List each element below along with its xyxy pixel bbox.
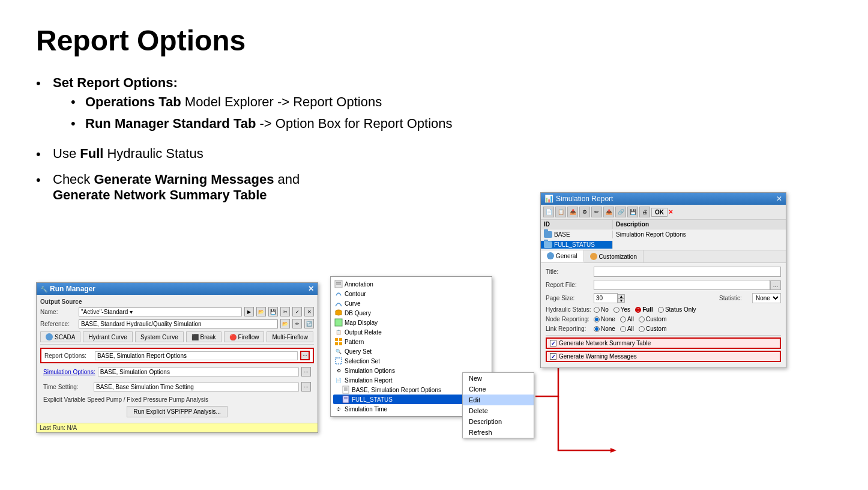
- run-manager-close-btn[interactable]: ✕: [308, 285, 314, 293]
- tab-system[interactable]: System Curve: [135, 331, 184, 342]
- tree-item-pattern[interactable]: Pattern: [333, 337, 489, 346]
- save-btn[interactable]: 💾: [627, 207, 638, 217]
- hydraulic-status-radio[interactable]: [658, 307, 664, 313]
- toolbar-btn-1[interactable]: ▶: [244, 307, 254, 316]
- reference-value: BASE, Standard Hydraulic/Quality Simulat…: [79, 319, 278, 328]
- toolbar-btn-6[interactable]: ✕: [304, 307, 314, 316]
- table-row-full-status[interactable]: FULL_STATUS: [541, 240, 786, 250]
- name-dropdown[interactable]: "Active"-Standard ▾: [79, 307, 242, 316]
- toolbar-btn-5[interactable]: ✓: [292, 307, 302, 316]
- table-row-base[interactable]: BASE Simulation Report Options: [541, 229, 786, 240]
- page-size-row: Page Size: ▲ ▼ Statistic: None: [546, 293, 781, 303]
- hydraulic-no-option[interactable]: No: [594, 306, 609, 313]
- print-btn[interactable]: 🖨: [639, 207, 650, 217]
- tab-break[interactable]: ⬛ Break: [186, 331, 222, 342]
- tree-item-mapdisplay[interactable]: Map Display: [333, 318, 489, 327]
- node-custom-label: Custom: [646, 316, 666, 322]
- hydraulic-status-option[interactable]: Status Only: [658, 306, 696, 313]
- ref-btn-1[interactable]: 📂: [280, 319, 290, 328]
- link-custom-radio[interactable]: [639, 326, 645, 332]
- report-options-btn[interactable]: ⋯: [300, 351, 310, 360]
- tree-item-dbquery[interactable]: DB Query: [333, 308, 489, 318]
- tree-item-curve[interactable]: Curve: [333, 298, 489, 308]
- context-refresh[interactable]: Refresh: [463, 427, 534, 438]
- tab-scada[interactable]: SCADA: [40, 331, 80, 342]
- node-all-radio[interactable]: [620, 316, 626, 322]
- node-custom-option[interactable]: Custom: [639, 316, 666, 322]
- toolbar-btn-4[interactable]: ✂: [280, 307, 290, 316]
- context-delete[interactable]: Delete: [463, 405, 534, 416]
- settings-btn[interactable]: ⚙: [579, 207, 590, 217]
- ref-btn-3[interactable]: 🔃: [304, 319, 314, 328]
- context-clone[interactable]: Clone: [463, 384, 534, 395]
- node-none-radio[interactable]: [594, 316, 600, 322]
- scada-tab-icon: [46, 333, 53, 340]
- ok-btn[interactable]: OK: [651, 208, 668, 217]
- run-analysis-btn[interactable]: Run Explicit VSP/FPP Analysis...: [127, 406, 227, 417]
- node-none-option[interactable]: None: [594, 316, 615, 322]
- new-btn[interactable]: 📄: [543, 207, 554, 217]
- spin-up-btn[interactable]: ▲: [618, 294, 625, 298]
- form-divider: [546, 335, 781, 336]
- context-new[interactable]: New: [463, 373, 534, 384]
- copy-btn[interactable]: 📋: [555, 207, 566, 217]
- edit-btn[interactable]: ✏: [591, 207, 602, 217]
- title-input[interactable]: [594, 267, 781, 277]
- tab-fireflow[interactable]: 🔴 Fireflow: [224, 331, 265, 342]
- spin-down-btn[interactable]: ▼: [618, 298, 625, 303]
- annotation-icon: [334, 280, 343, 288]
- sub-bullet-list: • Operations Tab Model Explorer -> Repor…: [53, 94, 453, 132]
- time-select[interactable]: BASE, Base Simulation Time Setting: [94, 383, 299, 392]
- node-all-option[interactable]: All: [620, 316, 634, 322]
- tab-general[interactable]: General: [541, 250, 584, 262]
- link-all-radio[interactable]: [620, 326, 626, 332]
- toolbar-btn-3[interactable]: 💾: [268, 307, 278, 316]
- sim-report-close-btn[interactable]: ✕: [776, 195, 782, 203]
- link-none-option[interactable]: None: [594, 325, 615, 332]
- id-desc-header: ID Description: [541, 220, 786, 229]
- ref-btn-2[interactable]: ✏: [292, 319, 302, 328]
- tree-item-annotation[interactable]: Annotation: [333, 279, 489, 289]
- bullet-list: • Set Report Options: • Operations Tab M…: [36, 75, 832, 203]
- tree-item-queryset[interactable]: 🔍 Query Set: [333, 346, 489, 356]
- ops-tab-normal: Model Explorer -> Report Options: [181, 94, 382, 109]
- generate-network-label: Generate Network Summary Table: [559, 340, 651, 346]
- context-edit[interactable]: Edit: [463, 395, 534, 405]
- report-file-browse-btn[interactable]: …: [770, 280, 781, 290]
- tab-multi-fireflow[interactable]: Multi-Fireflow: [267, 331, 313, 342]
- hydraulic-yes-option[interactable]: Yes: [613, 306, 630, 313]
- tree-item-outputrelate[interactable]: 📋 Output Relate: [333, 327, 489, 337]
- tree-item-contour[interactable]: Contour: [333, 289, 489, 298]
- generate-warning-checkbox[interactable]: [550, 353, 556, 360]
- link-custom-option[interactable]: Custom: [639, 325, 666, 332]
- export-btn[interactable]: 📤: [603, 207, 614, 217]
- link-btn[interactable]: 🔗: [615, 207, 626, 217]
- hydraulic-yes-radio[interactable]: [613, 307, 619, 313]
- hydraulic-no-radio[interactable]: [594, 307, 600, 313]
- page-size-spinner: ▲ ▼: [618, 294, 625, 303]
- report-file-input[interactable]: [594, 280, 770, 290]
- generate-network-checkbox[interactable]: [550, 340, 556, 346]
- tab-customization[interactable]: Customization: [584, 250, 643, 262]
- generate-warning-row: Generate Warning Messages: [546, 351, 781, 362]
- node-custom-radio[interactable]: [639, 316, 645, 322]
- time-btn[interactable]: ⋯: [301, 382, 311, 392]
- report-options-select[interactable]: BASE, Simulation Report Options: [95, 351, 298, 360]
- context-description[interactable]: Description: [463, 416, 534, 427]
- cancel-btn[interactable]: ×: [669, 208, 673, 216]
- link-none-radio[interactable]: [594, 326, 600, 332]
- link-all-option[interactable]: All: [620, 325, 634, 332]
- import-btn[interactable]: 📥: [567, 207, 578, 217]
- toolbar-btn-2[interactable]: 📂: [256, 307, 266, 316]
- dbquery-icon: [334, 309, 343, 317]
- sim-options-btn[interactable]: ⋯: [301, 367, 311, 377]
- link-reporting-row: Link Reporting: None All Custom: [546, 325, 781, 332]
- hydraulic-full-radio[interactable]: [635, 307, 641, 313]
- statistic-select[interactable]: None: [752, 293, 781, 303]
- tree-item-selectionset[interactable]: Selection Set: [333, 356, 489, 366]
- report-options-label: Report Options:: [44, 352, 92, 359]
- hydraulic-full-option[interactable]: Full: [635, 306, 653, 313]
- page-size-input[interactable]: [594, 293, 618, 303]
- tab-hydrant[interactable]: Hydrant Curve: [83, 331, 132, 342]
- sim-options-select[interactable]: BASE, Simulation Options: [98, 368, 299, 377]
